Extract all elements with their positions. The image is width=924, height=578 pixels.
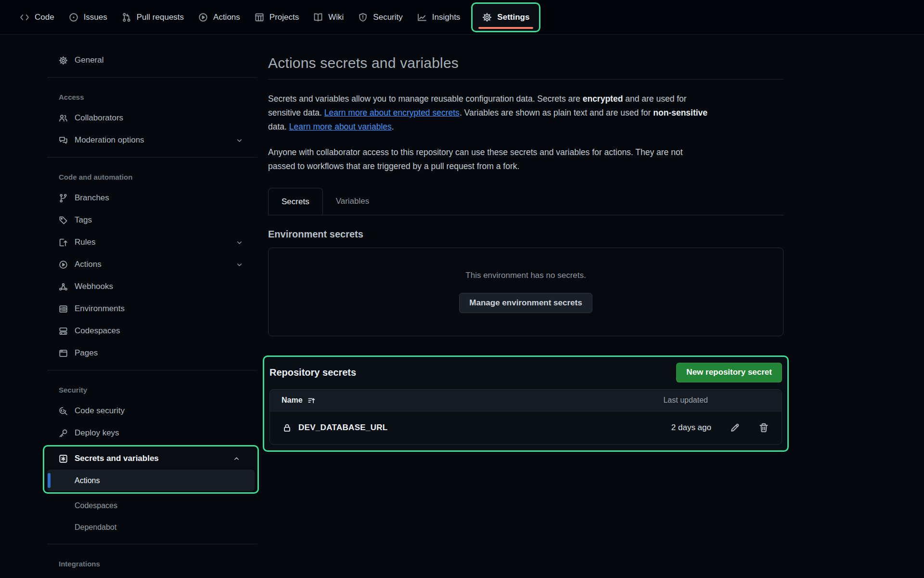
settings-sidebar: General Access Collaborators Moderation … — [47, 35, 257, 578]
sidebar-subitem-actions-selected[interactable]: Actions — [47, 470, 255, 491]
divider — [47, 157, 257, 158]
last-updated-value: 2 days ago — [671, 423, 711, 433]
tab-wiki[interactable]: Wiki — [306, 0, 351, 35]
webhook-icon — [59, 282, 68, 291]
tab-settings-active[interactable]: Settings — [471, 2, 540, 32]
gear-icon — [59, 56, 68, 65]
sidebar-item-tags[interactable]: Tags — [47, 209, 257, 231]
sidebar-item-label: Actions — [75, 260, 102, 269]
tab-label: Issues — [84, 13, 107, 22]
chevron-down-icon — [236, 261, 243, 268]
sidebar-item-label: Tags — [75, 215, 92, 225]
repository-secrets-header: Repository secrets New repository secret — [270, 361, 782, 383]
sidebar-item-webhooks[interactable]: Webhooks — [47, 276, 257, 298]
sidebar-item-label: Pages — [75, 348, 98, 358]
sidebar-item-rules[interactable]: Rules — [47, 231, 257, 253]
delete-trash-icon[interactable] — [758, 422, 769, 433]
play-icon — [198, 13, 208, 22]
link-encrypted-secrets[interactable]: Learn more about encrypted secrets — [324, 108, 460, 118]
sidebar-item-pages[interactable]: Pages — [47, 342, 257, 364]
sidebar-item-codespaces[interactable]: Codespaces — [47, 320, 257, 342]
sidebar-item-label: Code security — [75, 406, 125, 416]
column-header-last-updated: Last updated — [663, 396, 708, 405]
sidebar-item-label: Secrets and variables — [75, 454, 159, 463]
sidebar-item-secrets-and-variables[interactable]: Secrets and variables — [47, 447, 255, 470]
sidebar-item-deploy-keys[interactable]: Deploy keys — [47, 422, 257, 444]
tab-variables[interactable]: Variables — [323, 188, 383, 215]
environments-icon — [59, 304, 68, 314]
tab-label: Settings — [497, 13, 529, 22]
sidebar-item-label: Codespaces — [75, 501, 117, 510]
tab-security[interactable]: Security — [351, 0, 410, 35]
lock-icon — [282, 423, 292, 433]
tab-label: Wiki — [328, 13, 344, 22]
sidebar-item-collaborators[interactable]: Collaborators — [47, 107, 257, 129]
intro-paragraph: Secrets and variables allow you to manag… — [268, 92, 783, 134]
link-variables[interactable]: Learn more about variables — [289, 122, 392, 131]
tab-secrets[interactable]: Secrets — [268, 188, 323, 215]
repository-secrets-heading: Repository secrets — [270, 367, 356, 378]
manage-environment-secrets-button[interactable]: Manage environment secrets — [459, 293, 592, 313]
chevron-up-icon — [233, 455, 240, 462]
git-branch-icon — [59, 194, 68, 203]
tab-insights[interactable]: Insights — [410, 0, 468, 35]
table-icon — [255, 13, 264, 22]
sidebar-item-general[interactable]: General — [47, 49, 257, 71]
sidebar-item-label: Branches — [75, 193, 109, 203]
book-icon — [313, 13, 323, 22]
sidebar-item-label: Environments — [75, 304, 125, 314]
secrets-variables-tabs: Secrets Variables — [268, 188, 783, 215]
codespaces-icon — [59, 327, 68, 336]
key-icon — [59, 429, 68, 438]
tab-actions[interactable]: Actions — [191, 0, 247, 35]
table-header-row: Name Last updated — [270, 390, 782, 411]
sidebar-section-integrations: Integrations — [47, 550, 257, 574]
tab-label: Pull requests — [137, 13, 184, 22]
new-repository-secret-button[interactable]: New repository secret — [676, 363, 782, 382]
sidebar-subitem-dependabot[interactable]: Dependabot — [47, 516, 257, 538]
edit-pencil-icon[interactable] — [730, 422, 740, 433]
sidebar-section-security: Security — [47, 376, 257, 400]
sidebar-item-label: General — [75, 55, 103, 65]
sidebar-item-label: Dependabot — [75, 523, 116, 532]
sidebar-item-moderation-options[interactable]: Moderation options — [47, 129, 257, 151]
sidebar-subitem-codespaces[interactable]: Codespaces — [47, 495, 257, 516]
code-icon — [20, 13, 29, 22]
sidebar-item-branches[interactable]: Branches — [47, 187, 257, 209]
graph-icon — [417, 13, 427, 22]
secret-name: DEV_DATABASE_URL — [298, 423, 388, 433]
empty-state-text: This environment has no secrets. — [465, 271, 586, 280]
tab-pull-requests[interactable]: Pull requests — [115, 0, 191, 35]
sidebar-item-code-security[interactable]: Code security — [47, 400, 257, 422]
chevron-down-icon — [236, 137, 243, 144]
tab-code[interactable]: Code — [13, 0, 62, 35]
sidebar-item-label: Moderation options — [75, 135, 144, 145]
pull-request-icon — [122, 13, 131, 22]
comment-discussion-icon — [59, 136, 68, 145]
tab-issues[interactable]: Issues — [62, 0, 115, 35]
sidebar-section-access: Access — [47, 83, 257, 107]
sidebar-item-label: Codespaces — [75, 326, 120, 336]
intro-text: data. — [268, 122, 289, 131]
sidebar-item-label: Webhooks — [75, 282, 113, 291]
main-content: Actions secrets and variables Secrets an… — [268, 35, 783, 452]
browser-icon — [59, 349, 68, 358]
tab-label: Projects — [270, 13, 299, 22]
tab-projects[interactable]: Projects — [247, 0, 306, 35]
divider — [47, 544, 257, 544]
secret-asterisk-icon — [59, 454, 68, 463]
tab-label: Code — [35, 13, 54, 22]
annotation-box-repository-secrets: Repository secrets New repository secret… — [263, 355, 789, 452]
collaborator-paragraph: Anyone with collaborator access to this … — [268, 145, 783, 173]
play-icon — [59, 260, 68, 269]
chevron-down-icon — [236, 239, 243, 246]
intro-text: . Variables are shown as plain text and … — [460, 108, 653, 118]
issue-opened-icon — [69, 13, 78, 22]
sidebar-item-environments[interactable]: Environments — [47, 298, 257, 320]
sidebar-item-actions[interactable]: Actions — [47, 253, 257, 276]
tab-label: Insights — [432, 13, 461, 22]
sidebar-item-label: Deploy keys — [75, 428, 119, 438]
repo-tab-bar: Code Issues Pull requests Actions Projec… — [0, 0, 924, 35]
sidebar-item-github-apps[interactable]: GitHub Apps — [47, 574, 257, 578]
column-header-name[interactable]: Name — [282, 396, 316, 405]
